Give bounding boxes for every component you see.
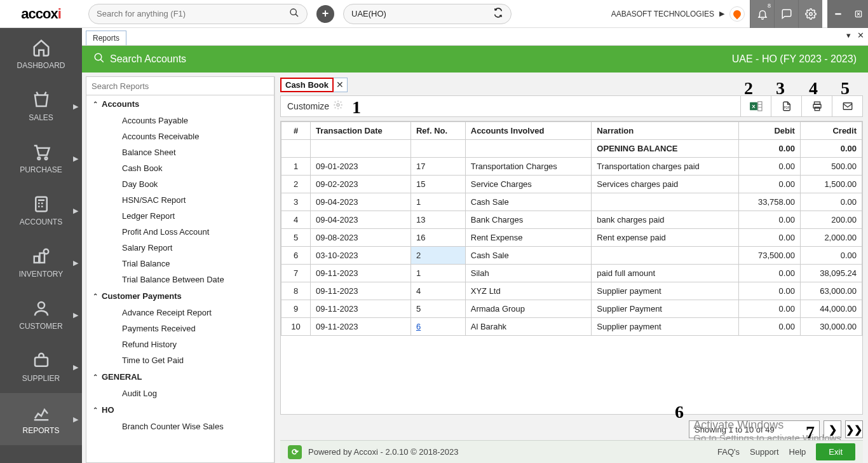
svg-rect-33 bbox=[843, 103, 852, 110]
cell-date: 09-11-2023 bbox=[311, 265, 411, 282]
table-row[interactable]: 603-10-20232Cash Sale73,500.000.00 bbox=[281, 247, 862, 265]
panel-menu-icon[interactable]: ▾ bbox=[846, 31, 851, 40]
tree-leaf[interactable]: Audit Log bbox=[86, 385, 274, 401]
tree-leaf[interactable]: Salary Report bbox=[86, 240, 274, 256]
tree-leaf[interactable]: Trial Balance bbox=[86, 256, 274, 272]
cell-ref: 1 bbox=[410, 265, 465, 282]
window-close-button[interactable] bbox=[848, 0, 868, 28]
report-tab-cashbook[interactable]: Cash Book bbox=[280, 78, 334, 92]
chevron-right-icon: ▶ bbox=[719, 10, 724, 18]
col-narr[interactable]: Narration bbox=[592, 122, 738, 140]
titlebar-icons: 8 bbox=[750, 0, 868, 28]
cell-credit: 200.00 bbox=[800, 211, 862, 229]
svg-point-23 bbox=[337, 104, 339, 106]
report-table: # Transaction Date Ref. No. Accounts Inv… bbox=[281, 121, 862, 336]
global-search[interactable] bbox=[88, 4, 308, 24]
footer-support-link[interactable]: Support bbox=[750, 447, 779, 457]
tree-leaf[interactable]: Advance Receipt Report bbox=[86, 305, 274, 321]
cell-debit: 0.00 bbox=[738, 158, 800, 176]
svg-rect-3 bbox=[835, 13, 840, 14]
pager-last-button[interactable]: ❯❯ bbox=[845, 420, 863, 438]
exit-button[interactable]: Exit bbox=[816, 443, 855, 460]
nav-purchase[interactable]: PURCHASE ▶ bbox=[0, 132, 82, 184]
col-idx[interactable]: # bbox=[281, 122, 311, 140]
table-row[interactable]: 109-01-202317Transportation ChargesTrans… bbox=[281, 158, 862, 176]
notifications-button[interactable]: 8 bbox=[750, 0, 774, 28]
svg-point-17 bbox=[43, 249, 48, 254]
table-row[interactable]: 209-02-202315Service ChargesServices cha… bbox=[281, 176, 862, 193]
col-account[interactable]: Accounts Involved bbox=[465, 122, 592, 140]
sync-icon[interactable] bbox=[493, 8, 503, 20]
window-minimize-button[interactable] bbox=[827, 0, 848, 28]
tree-leaf[interactable]: Ledger Report bbox=[86, 208, 274, 224]
tree-group[interactable]: ⌃Accounts bbox=[86, 95, 274, 113]
context-search-label[interactable]: Search Accounts bbox=[110, 53, 186, 65]
col-ref[interactable]: Ref. No. bbox=[410, 122, 465, 140]
footer-faq-link[interactable]: FAQ's bbox=[717, 447, 740, 457]
search-icon[interactable] bbox=[289, 8, 299, 20]
nav-supplier[interactable]: SUPPLIER ▶ bbox=[0, 341, 82, 393]
cell-narration bbox=[592, 247, 738, 265]
export-excel-button[interactable]: X bbox=[740, 96, 771, 116]
cell-account: Service Charges bbox=[465, 176, 592, 193]
company-selector[interactable]: UAE(HO) bbox=[343, 4, 512, 24]
tree-leaf[interactable]: Cash Book bbox=[86, 160, 274, 176]
report-table-wrap[interactable]: # Transaction Date Ref. No. Accounts Inv… bbox=[280, 121, 863, 415]
nav-inventory[interactable]: INVENTORY ▶ bbox=[0, 237, 82, 289]
topbar: accoxi + UAE(HO) AABASOFT TECHNOLOGIES ▶… bbox=[0, 0, 868, 28]
pager-next-button[interactable]: ❯ bbox=[824, 420, 841, 438]
tree-group[interactable]: ⌃GENERAL bbox=[86, 368, 274, 385]
tree-leaf[interactable]: Payments Received bbox=[86, 321, 274, 336]
tree-leaf[interactable]: Branch Counter Wise Sales bbox=[86, 418, 274, 434]
nav-sales[interactable]: SALES ▶ bbox=[0, 80, 82, 132]
nav-dashboard[interactable]: DASHBOARD bbox=[0, 28, 82, 80]
table-row[interactable]: 809-11-20234XYZ LtdSupplier payment0.006… bbox=[281, 282, 862, 300]
brand-badge[interactable] bbox=[729, 6, 745, 22]
module-tab-reports[interactable]: Reports bbox=[86, 31, 126, 45]
cell-debit: 0.00 bbox=[738, 229, 800, 247]
global-add-button[interactable]: + bbox=[316, 5, 334, 23]
table-row[interactable]: 409-04-202313Bank Chargesbank charges pa… bbox=[281, 211, 862, 229]
col-date[interactable]: Transaction Date bbox=[311, 122, 411, 140]
org-name[interactable]: AABASOFT TECHNOLOGIES bbox=[611, 10, 714, 18]
tree-leaf[interactable]: Refund History bbox=[86, 336, 274, 352]
export-pdf-button[interactable]: PDF bbox=[771, 96, 801, 116]
tree-leaf[interactable]: Day Book bbox=[86, 176, 274, 192]
nav-accounts[interactable]: ACCOUNTS ▶ bbox=[0, 184, 82, 237]
tree-leaf[interactable]: HSN/SAC Report bbox=[86, 192, 274, 208]
left-nav: DASHBOARD SALES ▶ PURCHASE ▶ ACCOUNTS ▶ … bbox=[0, 28, 82, 463]
tree-leaf[interactable]: Accounts Payable bbox=[86, 113, 274, 128]
panel-close-icon[interactable]: ✕ bbox=[857, 31, 864, 40]
tree-group[interactable]: ⌃HO bbox=[86, 401, 274, 418]
table-row[interactable]: 909-11-20235Armada GroupSupplier Payment… bbox=[281, 300, 862, 318]
module-tabbar: Reports ▾ ✕ bbox=[82, 28, 868, 46]
tree-leaf[interactable]: Accounts Receivable bbox=[86, 128, 274, 144]
annotation-1: 1 bbox=[352, 97, 361, 118]
tree-leaf[interactable]: Profit And Loss Account bbox=[86, 224, 274, 240]
reports-search-input[interactable] bbox=[86, 76, 275, 95]
table-row[interactable]: 509-08-202316Rent ExpenseRent expense pa… bbox=[281, 229, 862, 247]
col-debit[interactable]: Debit bbox=[738, 122, 800, 140]
nav-customer[interactable]: CUSTOMER ▶ bbox=[0, 289, 82, 341]
table-row[interactable]: 709-11-20231Silahpaid full amount0.0038,… bbox=[281, 265, 862, 282]
settings-button[interactable] bbox=[798, 0, 822, 28]
tree-group[interactable]: ⌃Customer Payments bbox=[86, 287, 274, 305]
col-credit[interactable]: Credit bbox=[800, 122, 862, 140]
global-search-input[interactable] bbox=[97, 9, 289, 18]
footer-help-link[interactable]: Help bbox=[789, 447, 806, 457]
customize-button[interactable]: Customize bbox=[281, 96, 349, 116]
print-button[interactable] bbox=[801, 96, 832, 116]
chat-button[interactable] bbox=[774, 0, 798, 28]
tree-leaf[interactable]: Trial Balance Between Date bbox=[86, 272, 274, 287]
table-row[interactable]: 1009-11-20236Al BarahkSupplier payment0.… bbox=[281, 318, 862, 336]
close-tab-button[interactable]: ✕ bbox=[334, 78, 348, 92]
tree-leaf[interactable]: Time to Get Paid bbox=[86, 352, 274, 368]
email-button[interactable] bbox=[832, 96, 862, 116]
ref-link[interactable]: 6 bbox=[416, 322, 421, 331]
customize-label: Customize bbox=[287, 101, 329, 111]
cell-narration: Supplier Payment bbox=[592, 300, 738, 318]
nav-reports[interactable]: REPORTS ▶ bbox=[0, 393, 82, 445]
table-row[interactable]: 309-04-20231Cash Sale33,758.000.00 bbox=[281, 193, 862, 211]
reports-tree[interactable]: ⌃AccountsAccounts PayableAccounts Receiv… bbox=[86, 95, 275, 463]
tree-leaf[interactable]: Balance Sheet bbox=[86, 144, 274, 160]
